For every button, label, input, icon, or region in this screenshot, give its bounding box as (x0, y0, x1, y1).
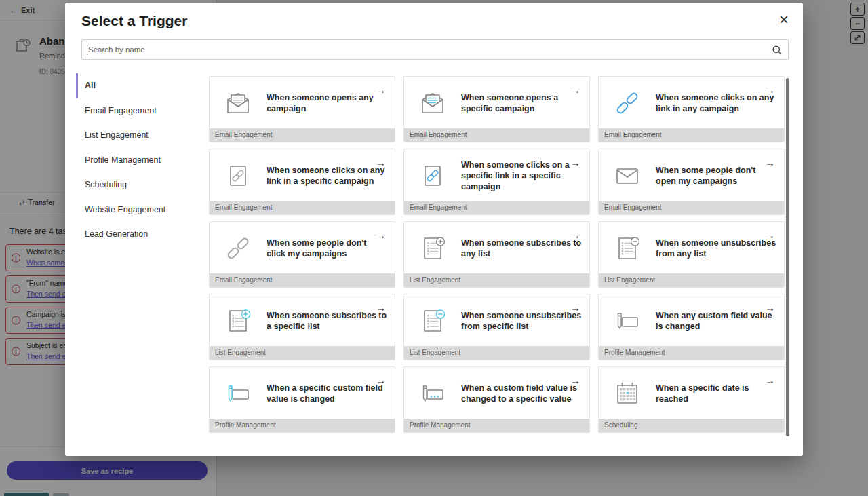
trigger-title: When someone subscribes to any list (461, 237, 582, 259)
arrow-right-icon: → (376, 375, 386, 386)
category-item-list-engagement[interactable]: List Engagement (76, 123, 201, 148)
page-link-blue-icon (418, 161, 448, 191)
search-icon (772, 45, 783, 56)
trigger-card[interactable]: When a custom field value is changed to … (403, 366, 590, 433)
arrow-right-icon: → (765, 229, 775, 241)
trigger-category-label: List Engagement (404, 346, 589, 360)
calendar-icon (612, 379, 642, 408)
category-item-website-engagement[interactable]: Website Engagement (76, 197, 201, 223)
trigger-title: When some people don't open my campaigns (656, 165, 776, 187)
trigger-title: When someone unsubscribes from specific … (461, 310, 582, 332)
trigger-title: When some people don't click my campaign… (267, 237, 387, 259)
envelope-open-icon (223, 88, 253, 118)
arrow-right-icon: → (570, 157, 580, 168)
arrow-right-icon: → (765, 84, 775, 96)
trigger-card[interactable]: When someone unsubscribes from specific … (403, 294, 590, 360)
trigger-category-label: Profile Management (404, 419, 589, 432)
field-pen-icon (612, 306, 642, 336)
trigger-card[interactable]: When someone clicks on any link in a spe… (209, 149, 395, 215)
trigger-title: When someone clicks on any link in a spe… (267, 165, 387, 187)
trigger-title: When a custom field value is changed to … (461, 383, 582, 404)
trigger-category-label: Email Engagement (599, 128, 784, 142)
field-pen-dots-icon (418, 379, 448, 408)
category-item-profile-management[interactable]: Profile Management (76, 148, 201, 173)
trigger-category-label: Email Engagement (404, 201, 589, 214)
trigger-card[interactable]: When a specific date is reached→Scheduli… (598, 366, 785, 433)
list-plus-blue-icon (223, 306, 253, 336)
arrow-right-icon: → (765, 302, 775, 313)
arrow-right-icon: → (376, 229, 386, 241)
trigger-category-label: Email Engagement (210, 128, 395, 142)
list-plus-icon (418, 233, 448, 263)
trigger-card[interactable]: When someone clicks on any link in any c… (598, 76, 785, 142)
category-item-email-engagement[interactable]: Email Engagement (76, 98, 201, 123)
category-item-all[interactable]: All (76, 73, 201, 98)
trigger-card[interactable]: When someone subscribes to any list→List… (403, 221, 590, 288)
arrow-right-icon: → (570, 229, 580, 241)
arrow-right-icon: → (765, 375, 775, 386)
trigger-card[interactable]: When a specific custom field value is ch… (209, 366, 395, 433)
arrow-right-icon: → (570, 84, 580, 96)
envelope-closed-icon (612, 161, 642, 191)
page-link-gray-icon (223, 161, 253, 191)
trigger-title: When someone unsubscribes from any list (656, 237, 776, 259)
trigger-title: When any custom field value is changed (656, 310, 776, 332)
search-input[interactable] (82, 40, 788, 59)
trigger-title: When someone clicks on any link in any c… (656, 92, 776, 114)
arrow-right-icon: → (376, 84, 386, 96)
trigger-category-label: Email Engagement (210, 273, 395, 287)
dialog-title: Select a Trigger (81, 13, 187, 29)
trigger-category-label: Scheduling (599, 419, 784, 432)
trigger-grid: When someone opens any campaign→Email En… (209, 76, 785, 433)
arrow-right-icon: → (570, 375, 580, 386)
trigger-category-label: List Engagement (210, 346, 395, 360)
trigger-category-label: Profile Management (210, 419, 395, 432)
search-box (81, 39, 789, 60)
trigger-title: When someone clicks on a specific link i… (461, 159, 582, 192)
trigger-card[interactable]: When someone opens a specific campaign→E… (403, 76, 590, 142)
list-minus-icon (612, 233, 642, 263)
envelope-open-blue-icon (418, 88, 448, 118)
arrow-right-icon: → (376, 157, 386, 168)
trigger-title: When a specific custom field value is ch… (267, 383, 387, 404)
trigger-card[interactable]: When some people don't click my campaign… (209, 221, 395, 288)
trigger-category-label: Email Engagement (210, 201, 395, 214)
trigger-card[interactable]: When any custom field value is changed→P… (598, 294, 785, 360)
text-caret (87, 45, 87, 55)
trigger-category-label: Email Engagement (404, 128, 589, 142)
arrow-right-icon: → (570, 302, 580, 313)
link-gray-icon (223, 233, 253, 263)
modal-scrollbar[interactable] (786, 78, 789, 436)
trigger-category-label: List Engagement (599, 273, 784, 287)
trigger-category-label: Email Engagement (599, 201, 784, 214)
trigger-card[interactable]: When someone opens any campaign→Email En… (209, 76, 395, 142)
field-pen-blue-icon (223, 379, 253, 408)
arrow-right-icon: → (376, 302, 386, 313)
trigger-title: When a specific date is reached (656, 383, 776, 404)
trigger-card[interactable]: When someone unsubscribes from any list→… (598, 221, 785, 288)
select-trigger-dialog: Select a Trigger × AllEmail EngagementLi… (65, 3, 803, 456)
trigger-title: When someone opens a specific campaign (461, 92, 582, 114)
category-item-lead-generation[interactable]: Lead Generation (76, 222, 201, 247)
trigger-category-label: List Engagement (404, 273, 589, 287)
list-minus-blue-icon (418, 306, 448, 336)
category-nav: AllEmail EngagementList EngagementProfil… (76, 73, 201, 247)
arrow-right-icon: → (765, 157, 775, 168)
trigger-title: When someone opens any campaign (267, 92, 387, 114)
close-icon[interactable]: × (774, 9, 794, 30)
trigger-category-label: Profile Management (599, 346, 784, 360)
category-item-scheduling[interactable]: Scheduling (76, 172, 201, 197)
trigger-card[interactable]: When someone clicks on a specific link i… (403, 149, 590, 215)
trigger-title: When someone subscribes to a specific li… (267, 310, 387, 332)
trigger-card[interactable]: When some people don't open my campaigns… (598, 149, 785, 215)
trigger-card[interactable]: When someone subscribes to a specific li… (209, 294, 395, 360)
link-blue-icon (612, 88, 642, 118)
